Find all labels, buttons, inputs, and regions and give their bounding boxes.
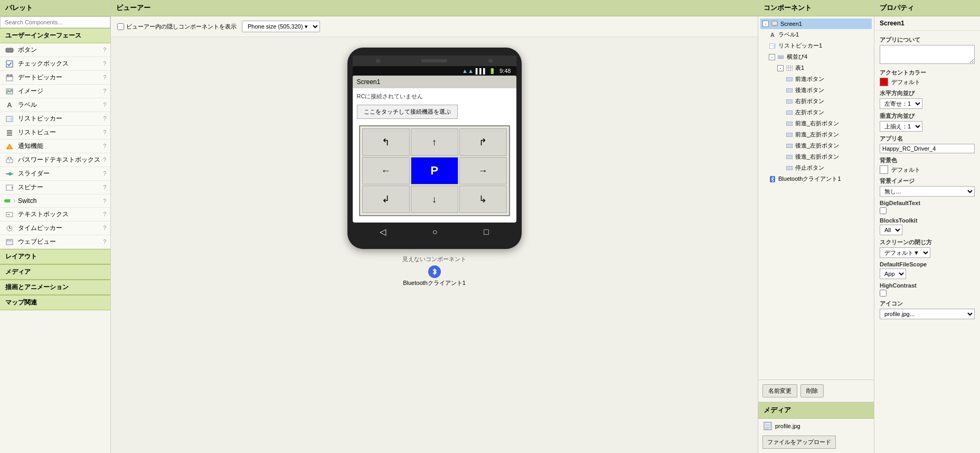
blocks-toolkit-select[interactable]: All <box>880 225 902 235</box>
palette-item-webview[interactable]: ウェブビュー ? <box>0 235 110 249</box>
help-icon[interactable]: ? <box>103 157 106 163</box>
rename-button[interactable]: 名前変更 <box>762 384 797 397</box>
big-default-text-checkbox[interactable] <box>880 207 887 214</box>
show-hidden-text: ビューアー内の隠しコンポーネントを表示 <box>126 23 237 31</box>
default-file-scope-select[interactable]: App <box>880 269 906 279</box>
about-app-input[interactable] <box>880 45 975 64</box>
item-label: スピナー <box>18 183 103 192</box>
tree-item-listpicker1[interactable]: リストピッカー1 <box>760 40 872 51</box>
palette-item-listpicker[interactable]: リストピッカー ? <box>0 112 110 126</box>
bg-color-swatch[interactable] <box>880 165 888 174</box>
right-btn[interactable]: → <box>459 157 507 184</box>
palette-item-notification[interactable]: ! 通知機能 ? <box>0 140 110 153</box>
palette-item-textbox[interactable]: テキストボックス ? <box>0 208 110 221</box>
palette-item-label[interactable]: A ラベル ? <box>0 98 110 112</box>
palette-item-timepicker[interactable]: タイムピッカー ? <box>0 221 110 235</box>
app-name-input[interactable] <box>880 144 975 153</box>
tree-item-screen1[interactable]: - Screen1 <box>760 19 872 29</box>
help-icon[interactable]: ? <box>103 75 106 80</box>
palette-item-switch[interactable]: Switch ? <box>0 195 110 208</box>
tree-item-fwd-right-btn[interactable]: 前進_右折ボタン <box>760 118 872 129</box>
tree-item-backward-btn[interactable]: 後進ボタン <box>760 85 872 96</box>
tree-item-bluetooth[interactable]: Bluetoothクライアント1 <box>760 173 872 184</box>
forward-btn[interactable]: ↑ <box>411 128 458 156</box>
tree-item-bwd-left-btn[interactable]: 後進_左折ボタン <box>760 140 872 151</box>
svg-point-25 <box>10 199 14 203</box>
help-icon[interactable]: ? <box>103 184 106 190</box>
palette-item-passwordbox[interactable]: パスワードテキストボックス ? <box>0 153 110 167</box>
show-hidden-label[interactable]: ビューアー内の隠しコンポーネントを表示 <box>117 23 237 31</box>
icon-select[interactable]: profile.jpg... <box>880 309 975 319</box>
show-hidden-checkbox[interactable] <box>117 23 124 30</box>
accent-color-swatch[interactable] <box>880 78 888 86</box>
forward-left-btn[interactable]: ↰ <box>362 128 410 156</box>
help-icon[interactable]: ? <box>103 171 106 177</box>
invisible-label: 見えないコンポーネント <box>402 255 466 263</box>
high-contrast-checkbox[interactable] <box>880 290 887 297</box>
help-icon[interactable]: ? <box>103 61 106 67</box>
v-align-select[interactable]: 上揃え：1 <box>880 121 922 132</box>
phone-screen: Screen1 RCに接続されていません ここをタッチして接続機器を選ぶ ↰ ↑… <box>353 76 516 223</box>
tree-toggle[interactable]: - <box>777 65 784 71</box>
upload-button[interactable]: ファイルをアップロード <box>762 436 836 449</box>
tree-item-table1[interactable]: - 表1 <box>760 62 872 73</box>
help-icon[interactable]: ? <box>103 225 106 231</box>
svg-rect-11 <box>11 116 13 122</box>
size-select[interactable]: Phone size (505,320) ▾ <box>242 21 320 32</box>
media-section: メディア profile.jpg ファイルをアップロード <box>758 402 874 453</box>
palette-item-image[interactable]: イメージ ? <box>0 85 110 98</box>
palette-content: ユーザーインターフェース ボタン ? チェックボックス ? デートピッカー ? … <box>0 28 110 453</box>
help-icon[interactable]: ? <box>103 102 106 108</box>
palette-item-button[interactable]: ボタン ? <box>0 43 110 57</box>
backward-right-btn[interactable]: ↳ <box>459 186 507 213</box>
h-align-select[interactable]: 左寄せ：1 <box>880 98 922 109</box>
help-icon[interactable]: ? <box>103 116 106 122</box>
viewer-panel: ビューアー ビューアー内の隠しコンポーネントを表示 Phone size (50… <box>111 0 758 453</box>
phone-speaker <box>421 59 447 62</box>
tree-label: リストピッカー1 <box>778 42 822 50</box>
item-label: Switch <box>18 197 103 205</box>
tree-item-forward-btn[interactable]: 前進ボタン <box>760 73 872 85</box>
tree-item-label1[interactable]: A ラベル1 <box>760 29 872 40</box>
forward-right-btn[interactable]: ↱ <box>459 128 507 156</box>
backward-left-btn[interactable]: ↲ <box>362 186 410 213</box>
bg-image-select[interactable]: 無し... <box>880 186 975 197</box>
help-icon[interactable]: ? <box>103 211 106 217</box>
high-contrast-label: HighContrast <box>880 282 975 289</box>
tree-toggle[interactable]: - <box>762 21 769 27</box>
bg-color-control: デフォルト <box>880 165 975 174</box>
backward-btn[interactable]: ↓ <box>411 186 458 213</box>
search-input[interactable] <box>0 16 110 28</box>
palette-search <box>0 16 110 28</box>
phone-mockup: ▲▲ ▌▌▌ 🔋 9:48 Screen1 RCに接続されていません ここをタッ… <box>347 48 522 249</box>
palette-item-slider[interactable]: スライダー ? <box>0 167 110 181</box>
recent-button[interactable]: □ <box>484 227 489 237</box>
home-button[interactable]: ○ <box>432 227 438 237</box>
icon-label: アイコン <box>880 300 975 308</box>
svg-rect-60 <box>766 424 770 427</box>
palette-item-datepicker[interactable]: デートピッカー ? <box>0 71 110 85</box>
palette-item-listview[interactable]: リストビュー ? <box>0 126 110 140</box>
park-btn[interactable]: P <box>411 157 458 184</box>
help-icon[interactable]: ? <box>103 47 106 53</box>
tree-item-bwd-right-btn[interactable]: 後進_右折ボタン <box>760 151 872 162</box>
back-button[interactable]: ◁ <box>380 227 386 237</box>
connect-button[interactable]: ここをタッチして接続機器を選ぶ <box>357 105 458 119</box>
palette-item-spinner[interactable]: スピナー ? <box>0 181 110 195</box>
palette-item-checkbox[interactable]: チェックボックス ? <box>0 57 110 71</box>
help-icon[interactable]: ? <box>103 130 106 135</box>
tree-item-right-btn[interactable]: 右折ボタン <box>760 96 872 107</box>
close-screen-select[interactable]: デフォルト▼ <box>880 247 930 258</box>
help-icon[interactable]: ? <box>103 198 106 204</box>
tree-item-hori4[interactable]: - 横並び4 <box>760 51 872 62</box>
delete-button[interactable]: 削除 <box>800 384 824 397</box>
tree-toggle[interactable]: - <box>769 54 775 60</box>
left-btn[interactable]: ← <box>362 157 410 184</box>
tree-item-fwd-left-btn[interactable]: 前進_左折ボタン <box>760 129 872 140</box>
help-icon[interactable]: ? <box>103 88 106 94</box>
help-icon[interactable]: ? <box>103 143 106 149</box>
tree-item-stop-btn[interactable]: 停止ボタン <box>760 162 872 173</box>
tree-item-left-btn[interactable]: 左折ボタン <box>760 107 872 118</box>
svg-rect-57 <box>786 166 793 170</box>
help-icon[interactable]: ? <box>103 239 106 245</box>
